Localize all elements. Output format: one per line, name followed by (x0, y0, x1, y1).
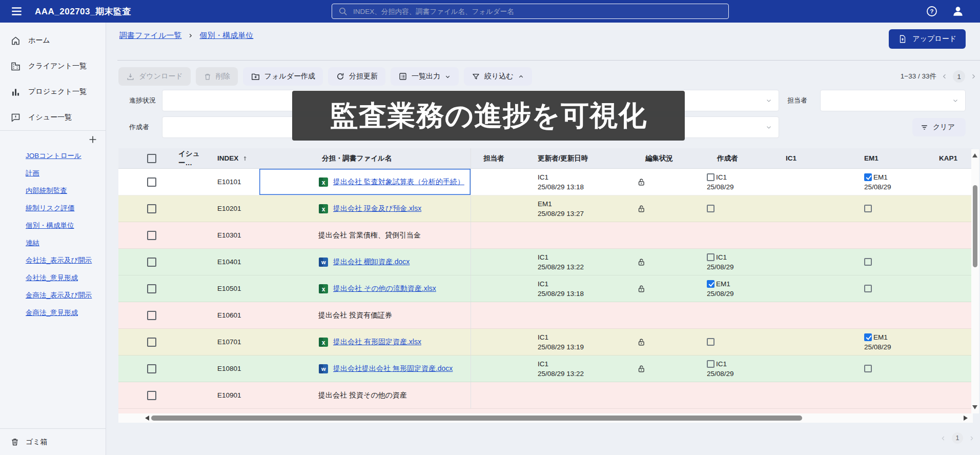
page-prev-icon[interactable] (940, 435, 947, 442)
sidebar-phase-link[interactable]: 会社法_表示及び開示 (0, 252, 106, 269)
signoff-checkbox[interactable] (707, 253, 714, 261)
signoff-checkbox[interactable] (707, 280, 714, 288)
select-all-checkbox[interactable] (147, 154, 156, 163)
signoff-date: 25/08/29 (707, 262, 734, 272)
row-select-checkbox[interactable] (147, 338, 156, 347)
bottom-pagination: 1 (940, 432, 975, 444)
sidebar-phase-link[interactable]: 会社法_意見形成 (0, 269, 106, 287)
global-search[interactable] (332, 4, 729, 19)
signoff-checkbox[interactable] (864, 205, 872, 212)
table-row: E10201 x提出会社 現金及び預金.xlsx EM125/08/29 13:… (118, 195, 973, 222)
signoff-checkbox[interactable] (707, 338, 714, 346)
signoff-checkbox[interactable] (707, 205, 714, 212)
row-select-checkbox[interactable] (147, 284, 156, 293)
signoff-checkbox[interactable] (864, 333, 872, 341)
search-icon (338, 7, 348, 16)
sidebar-item-home[interactable]: ホーム (0, 28, 106, 53)
signoff-label: IC1 (716, 252, 727, 262)
upload-icon (898, 34, 907, 44)
upload-button[interactable]: アップロード (889, 29, 966, 49)
menu-icon[interactable] (10, 5, 24, 18)
file-name: 提出会社 営業債権、貸倒引当金 (318, 231, 421, 240)
page-next-icon[interactable] (968, 435, 975, 442)
breadcrumb-link-file-list[interactable]: 調書ファイル一覧 (119, 31, 181, 41)
file-link[interactable]: 提出会社提出会社 無形固定資産.docx (333, 364, 453, 373)
trash-icon (10, 437, 19, 447)
table-row: E10101 x提出会社 監査対象試算表（分析的手続） IC125/08/29 … (118, 169, 973, 195)
horizontal-scrollbar-thumb[interactable] (151, 416, 802, 421)
assignee-select[interactable] (820, 90, 966, 111)
sidebar-phase-link[interactable]: 金商法_表示及び開示 (0, 287, 106, 304)
em1-signoff-cell: EM125/08/29 (850, 169, 927, 195)
update-assignment-button[interactable]: 分担更新 (328, 67, 385, 86)
sidebar-phase-link[interactable]: 金商法_意見形成 (0, 304, 106, 322)
sidebar-item-issues[interactable]: イシュー一覧 (0, 105, 106, 130)
lock-icon (637, 338, 646, 347)
scroll-right-arrow[interactable] (964, 416, 968, 421)
file-link[interactable]: 提出会社 有形固定資産.xlsx (333, 338, 421, 347)
filter-button[interactable]: 絞り込む (464, 67, 532, 86)
promo-overlay-text: 監査業務の進捗を可視化 (330, 97, 647, 135)
row-select-checkbox[interactable] (147, 258, 156, 267)
sidebar-phase-link[interactable]: 連結 (0, 234, 106, 252)
updated-cell (527, 222, 629, 248)
signoff-checkbox[interactable] (864, 258, 872, 266)
ic1-signoff-cell (773, 329, 850, 355)
add-phase-icon[interactable] (87, 134, 98, 145)
sidebar-phase-link[interactable]: 統制リスク評価 (0, 200, 106, 217)
help-icon[interactable]: ? (926, 5, 938, 17)
file-cell: w提出会社提出会社 無形固定資産.docx (259, 355, 471, 382)
page-number[interactable]: 1 (953, 70, 965, 83)
signoff-checkbox[interactable] (707, 173, 714, 181)
row-select-checkbox[interactable] (147, 204, 156, 213)
file-link[interactable]: 提出会社 その他の流動資産.xlsx (333, 284, 436, 293)
delete-button[interactable]: 削除 (196, 67, 238, 86)
breadcrumb-link-current[interactable]: 個別・構成単位 (199, 31, 253, 41)
col-index[interactable]: INDEX (213, 148, 259, 168)
export-list-button[interactable]: 一覧出力 (391, 67, 459, 86)
clear-filters-button[interactable]: クリア (912, 118, 966, 136)
sidebar-phase-link[interactable]: 個別・構成単位 (0, 217, 106, 234)
page-next-icon[interactable] (970, 73, 977, 80)
row-select-checkbox[interactable] (147, 311, 156, 320)
sidebar-phase-link[interactable]: 内部統制監査 (0, 182, 106, 200)
updated-at: 25/08/29 13:18 (538, 182, 584, 192)
kap1-signoff-cell (927, 222, 973, 248)
assignee-cell (471, 275, 527, 302)
scroll-left-arrow[interactable] (145, 416, 149, 421)
signoff-checkbox[interactable] (864, 285, 872, 292)
sidebar-phase-link[interactable]: 計画 (0, 165, 106, 182)
vertical-scrollbar-thumb[interactable] (973, 185, 977, 267)
file-cell: 提出会社 投資その他の資産 (259, 382, 471, 408)
file-cell: x提出会社 その他の流動資産.xlsx (259, 275, 471, 302)
row-select-checkbox[interactable] (147, 364, 156, 373)
vertical-scrollbar[interactable] (971, 149, 979, 413)
em1-signoff-cell (850, 355, 927, 382)
file-link[interactable]: 提出会社 監査対象試算表（分析的手続） (333, 177, 464, 187)
lock-icon (637, 364, 646, 373)
page-prev-icon[interactable] (941, 73, 948, 80)
user-icon[interactable] (951, 5, 965, 18)
index-cell: E10901 (213, 382, 259, 408)
sidebar-item-trash[interactable]: ゴミ箱 (0, 428, 106, 455)
page-number[interactable]: 1 (952, 432, 963, 444)
row-select-checkbox[interactable] (147, 177, 156, 187)
row-select-checkbox[interactable] (147, 391, 156, 400)
signoff-checkbox[interactable] (864, 173, 872, 181)
download-button[interactable]: ダウンロード (118, 67, 191, 86)
row-select-checkbox[interactable] (147, 231, 156, 240)
sidebar-item-clients[interactable]: クライアント一覧 (0, 53, 106, 79)
signoff-checkbox[interactable] (864, 365, 872, 372)
file-link[interactable]: 提出会社 現金及び預金.xlsx (333, 204, 421, 213)
horizontal-scrollbar[interactable] (118, 413, 973, 423)
signoff-checkbox[interactable] (707, 360, 714, 368)
create-folder-button[interactable]: フォルダー作成 (243, 67, 323, 86)
search-input[interactable] (353, 8, 722, 15)
scroll-down-arrow[interactable] (972, 405, 977, 409)
scroll-up-arrow[interactable] (972, 153, 977, 157)
sidebar-phase-link[interactable]: JOBコントロール (0, 147, 106, 165)
signoff-label: EM1 (716, 279, 730, 289)
file-link[interactable]: 提出会社 棚卸資産.docx (333, 258, 410, 267)
creator-signoff-cell: IC125/08/29 (696, 355, 773, 382)
sidebar-item-projects[interactable]: プロジェクト一覧 (0, 79, 106, 105)
